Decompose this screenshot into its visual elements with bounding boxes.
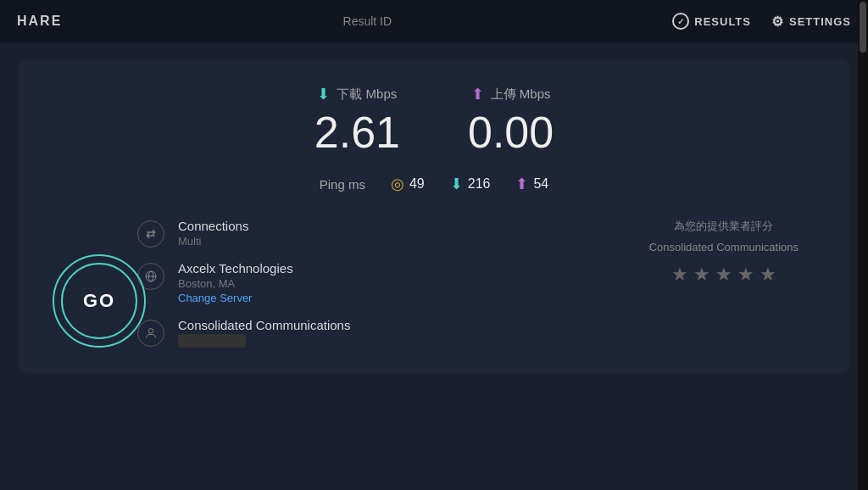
results-button[interactable]: ✓ RESULTS [672,13,751,30]
server-text: Axcelx Technologies Boston, MA Change Se… [178,261,293,304]
main-area: ⬇ 下載 Mbps 2.61 ⬆ 上傳 Mbps 0.00 Ping ms ◎ … [0,42,868,390]
download-block: ⬇ 下載 Mbps 2.61 [314,85,400,158]
upload-value: 0.00 [468,107,554,158]
go-label: GO [83,290,115,312]
connections-item: Connections Multi [137,219,350,248]
nav-right: ✓ RESULTS ⚙ SETTINGS [672,13,851,30]
download-icon: ⬇ [317,85,330,103]
change-server-link[interactable]: Change Server [178,292,293,304]
scroll-thumb[interactable] [860,2,866,53]
server-location: Boston, MA [178,277,293,290]
result-id-label: Result ID [343,14,392,28]
star-5[interactable]: ★ [760,264,776,286]
settings-button[interactable]: ⚙ SETTINGS [771,14,851,30]
provider-name: Consolidated Communications [178,318,350,332]
check-icon: ✓ [672,13,689,30]
server-item: Axcelx Technologies Boston, MA Change Se… [137,261,350,304]
person-svg [144,326,158,340]
provider-text: Consolidated Communications [178,318,350,348]
ping-up-value: 54 [533,176,548,192]
info-row: GO Conne [53,219,815,348]
provider-item: Consolidated Communications [137,318,350,348]
share-label: HARE [17,14,62,29]
speed-row: ⬇ 下載 Mbps 2.61 ⬆ 上傳 Mbps 0.00 [53,85,815,158]
upload-icon: ⬆ [471,85,484,103]
ping-down-icon: ⬇ [450,175,463,193]
ping-down-item: ⬇ 216 [450,175,491,193]
connections-title: Connections [178,219,248,233]
connections-svg [144,227,158,241]
jitter-icon: ◎ [391,175,404,193]
ping-down-value: 216 [468,176,491,192]
star-4[interactable]: ★ [737,264,754,286]
upload-block: ⬆ 上傳 Mbps 0.00 [468,85,554,158]
go-outer-ring: GO [53,254,146,348]
provider-redacted [178,334,246,348]
go-button[interactable]: GO [61,263,137,339]
star-3[interactable]: ★ [715,264,732,286]
ping-up-icon: ⬆ [515,175,528,193]
go-button-area: GO [53,254,146,348]
download-label: ⬇ 下載 Mbps [314,85,400,103]
connections-value: Multi [178,235,248,248]
jitter-value: 49 [409,176,425,192]
star-2[interactable]: ★ [693,264,710,286]
ping-up-item: ⬆ 54 [515,175,548,193]
star-rating[interactable]: ★ ★ ★ ★ ★ [649,264,798,286]
gear-icon: ⚙ [771,14,784,30]
top-nav: HARE Result ID ✓ RESULTS ⚙ SETTINGS [0,0,868,42]
speed-card: ⬇ 下載 Mbps 2.61 ⬆ 上傳 Mbps 0.00 Ping ms ◎ … [19,59,849,373]
server-name: Axcelx Technologies [178,261,293,276]
right-info: 為您的提供業者評分 Consolidated Communications ★ … [649,219,815,286]
jitter-item: ◎ 49 [391,175,425,193]
rate-title: 為您的提供業者評分 [649,219,798,234]
svg-point-5 [148,329,153,333]
globe-svg [144,270,158,283]
ping-label: Ping ms [320,177,365,192]
rating-provider-name: Consolidated Communications [649,241,798,253]
right-scrollbar [858,0,868,490]
ping-row: Ping ms ◎ 49 ⬇ 216 ⬆ 54 [53,175,815,193]
upload-label: ⬆ 上傳 Mbps [468,85,554,103]
download-value: 2.61 [314,107,400,158]
connections-text: Connections Multi [178,219,248,248]
connections-icon [137,220,164,248]
star-1[interactable]: ★ [671,264,688,286]
